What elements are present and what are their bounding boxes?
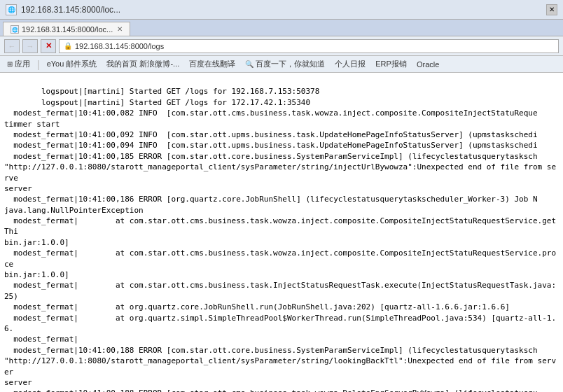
search-icon: 🔍 [245, 60, 253, 68]
log-line: modest_fermat|10:41:00,188 ERROR [com.st… [4, 388, 559, 392]
forward-button[interactable]: → [22, 39, 38, 53]
log-line: modest_fermat| [4, 334, 559, 344]
bookmark-oracle-label: Oracle [417, 60, 439, 69]
log-line: timmer start [4, 119, 559, 130]
log-line: modest_fermat| at org.quartz.core.JobRun… [4, 302, 559, 312]
lock-icon: 🔒 [64, 42, 72, 50]
active-tab[interactable]: 🌐 192.168.31.145:8000/loc... ✕ [3, 22, 130, 36]
window-title: 192.168.31.145:8000/loc... [21, 5, 546, 15]
log-line: logspout|[martini] Started GET /logs for… [4, 86, 559, 97]
log-line: modest_fermat|10:41:00,094 INFO [com.sta… [4, 140, 559, 150]
navigation-bar: ← → ✕ 🔒 192.168.31.145:8000/logs [0, 36, 563, 56]
tab-favicon-icon: 🌐 [6, 4, 17, 15]
window-close-button[interactable]: ✕ [546, 4, 557, 15]
log-line: "http://127.0.0.1:8080/starott_managepor… [4, 356, 559, 377]
log-line: modest_fermat|10:41:00,188 ERROR [com.st… [4, 345, 559, 356]
log-line: modest_fermat| at org.quartz.simpl.Simpl… [4, 313, 559, 335]
bookmark-eyou-label: eYou 邮件系统 [47, 59, 97, 69]
log-line: modest_fermat| at com.star.ott.cms.busin… [4, 248, 559, 270]
log-line: logspout|[martini] Started GET /logs for… [4, 97, 559, 108]
log-line: bin.jar:1.0.0] [4, 270, 559, 280]
bookmark-apps[interactable]: ⊞ 应用 [4, 57, 33, 71]
log-line: modest_fermat| at com.star.ott.cms.busin… [4, 216, 559, 237]
log-line: server [4, 377, 559, 388]
bookmark-erp[interactable]: ERP报销 [373, 57, 410, 71]
bookmark-mypage[interactable]: 我的首页 新浪微博-... [104, 57, 182, 71]
bookmark-baidu-label: 百度一下，你就知道 [256, 59, 325, 69]
bookmark-eyou[interactable]: eYou 邮件系统 [44, 57, 100, 71]
bookmark-divider: | [37, 59, 40, 70]
address-bar[interactable]: 🔒 192.168.31.145:8000/logs [59, 39, 559, 53]
bookmark-translate[interactable]: 百度在线翻译 [186, 57, 238, 71]
log-line: modest_fermat|10:41:00,185 ERROR [com.st… [4, 151, 559, 162]
log-line: java.lang.NullPointerException [4, 205, 559, 216]
log-line: modest_fermat|10:41:00,082 INFO [com.sta… [4, 108, 559, 118]
log-line: modest_fermat|10:41:00,186 ERROR [org.qu… [4, 194, 559, 204]
bookmark-diary-label: 个人日报 [335, 59, 366, 69]
url-text: 192.168.31.145:8000/logs [75, 42, 164, 50]
bookmark-erp-label: ERP报销 [375, 59, 407, 69]
title-bar: 🌐 192.168.31.145:8000/loc... ✕ [0, 0, 563, 20]
bookmark-baidu[interactable]: 🔍 百度一下，你就知道 [242, 57, 328, 71]
log-line: modest_fermat| at com.star.ott.cms.busin… [4, 280, 559, 302]
tab-close-button[interactable]: ✕ [117, 25, 123, 33]
log-line: bin.jar:1.0.0] [4, 237, 559, 248]
back-icon: ← [8, 42, 16, 50]
bookmarks-bar: ⊞ 应用 | eYou 邮件系统 我的首页 新浪微博-... 百度在线翻译 🔍 … [0, 56, 563, 73]
back-button[interactable]: ← [4, 39, 20, 53]
bookmark-mypage-label: 我的首页 新浪微博-... [106, 59, 179, 69]
stop-icon: ✕ [46, 41, 52, 50]
bookmark-translate-label: 百度在线翻译 [189, 59, 235, 69]
tab-bar: 🌐 192.168.31.145:8000/loc... ✕ [0, 20, 563, 36]
forward-icon: → [27, 42, 34, 50]
log-line: server [4, 183, 559, 194]
log-line: "http://127.0.0.1:8080/starott_managepor… [4, 162, 559, 183]
log-content-area[interactable]: logspout|[martini] Started GET /logs for… [0, 73, 563, 392]
bookmark-apps-label: 应用 [15, 59, 30, 69]
bookmark-oracle[interactable]: Oracle [414, 59, 442, 70]
apps-icon: ⊞ [7, 60, 13, 68]
log-line: modest_fermat|10:41:00,092 INFO [com.sta… [4, 130, 559, 140]
tab-label: 192.168.31.145:8000/loc... [22, 25, 113, 34]
bookmark-diary[interactable]: 个人日报 [332, 57, 368, 71]
tab-favicon-icon: 🌐 [11, 25, 19, 34]
stop-button[interactable]: ✕ [41, 39, 56, 53]
